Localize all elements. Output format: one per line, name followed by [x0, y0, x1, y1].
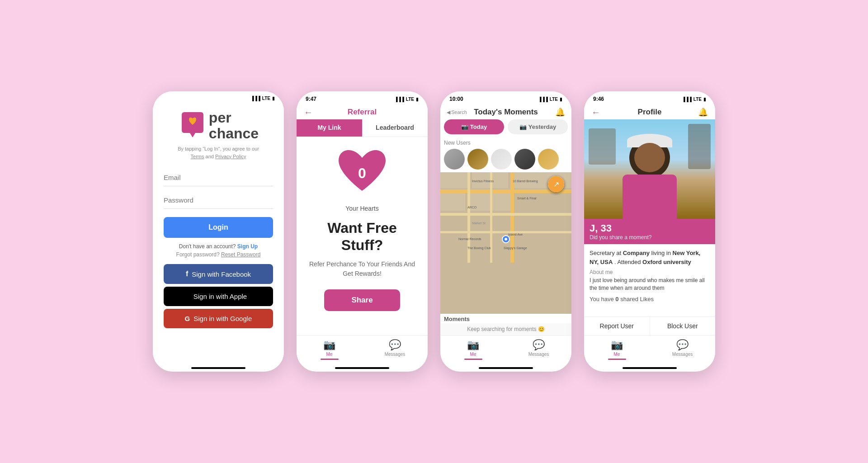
home-indicator-3 — [479, 367, 533, 369]
status-time-2: 9:47 — [306, 96, 316, 102]
status-icons-1: ▐▐▐ LTE ▮ — [251, 96, 275, 101]
svg-rect-8 — [440, 213, 571, 216]
reset-link[interactable]: Reset Password — [221, 251, 260, 258]
svg-text:Island Ave: Island Ave — [508, 233, 523, 236]
apple-signin-button[interactable]: Sign in with Apple — [164, 287, 273, 306]
block-user-button[interactable]: Block User — [650, 317, 716, 335]
screen-login: ▐▐▐ LTE ▮ per chance By tappi — [153, 91, 284, 372]
status-bar-3: 10:00 ▐▐▐ LTE ▮ — [440, 91, 571, 104]
heart-badge: 0 — [335, 148, 389, 199]
avatar-4[interactable] — [514, 149, 535, 170]
refer-description: Refer Perchance To Your Friends And Get … — [306, 260, 419, 279]
screens-container: ▐▐▐ LTE ▮ per chance By tappi — [153, 91, 715, 372]
signup-link[interactable]: Sign Up — [237, 243, 258, 250]
message-icon-4: 💬 — [676, 339, 689, 351]
facebook-signin-button[interactable]: f Sign with Facebook — [164, 264, 273, 284]
google-signin-button[interactable]: G Sign in with Google — [164, 309, 273, 328]
svg-rect-1 — [440, 172, 467, 188]
home-indicator-2 — [335, 367, 389, 369]
lte-label-2: LTE — [406, 97, 414, 102]
svg-rect-10 — [440, 231, 571, 233]
your-hearts-label: Your Hearts — [345, 205, 378, 212]
battery-icon-4: ▮ — [703, 97, 706, 102]
back-button-2[interactable]: ← — [304, 107, 313, 118]
nav-me-4[interactable]: 📷 Me — [584, 339, 650, 362]
share-button[interactable]: Share — [324, 289, 400, 311]
back-arrow-3: ◀ — [447, 109, 450, 115]
avatar-5[interactable] — [538, 149, 559, 170]
app-logo-icon — [178, 111, 207, 140]
message-icon-3: 💬 — [533, 339, 545, 351]
status-bar-4: 9:46 ▐▐▐ LTE ▮ — [584, 91, 715, 104]
about-label: About me — [590, 269, 710, 275]
nav-messages-4[interactable]: 💬 Messages — [650, 339, 715, 362]
about-text: I just love being around who makes me sm… — [590, 277, 710, 292]
bottom-nav-2: 📷 Me 💬 Messages — [297, 335, 428, 364]
tab-mylink[interactable]: My Link — [297, 119, 362, 137]
nav-messages-2[interactable]: 💬 Messages — [362, 339, 428, 362]
moments-title: Today's Moments — [474, 108, 538, 117]
moments-header: ◀ Search Today's Moments 🔔 — [440, 104, 571, 119]
active-indicator-4 — [608, 359, 626, 360]
email-field[interactable] — [164, 169, 273, 186]
back-button-4[interactable]: ← — [591, 107, 600, 118]
active-indicator-2 — [321, 359, 339, 360]
report-user-button[interactable]: Report User — [584, 317, 650, 335]
camera-icon-4: 📷 — [611, 339, 623, 351]
google-icon: G — [185, 315, 190, 322]
nav-messages-3[interactable]: 💬 Messages — [506, 339, 571, 362]
referral-tab-bar: My Link Leaderboard — [297, 119, 428, 137]
job-line: Secretary at Company living in New York,… — [590, 249, 710, 266]
signal-icon: ▐▐▐ — [251, 96, 260, 101]
nav-me-3[interactable]: 📷 Me — [440, 339, 506, 362]
battery-icon-2: ▮ — [416, 97, 419, 102]
new-users-section: New Users — [440, 138, 571, 172]
password-field[interactable] — [164, 192, 273, 209]
home-indicator-4 — [623, 367, 677, 369]
signal-icon-4: ▐▐▐ — [682, 97, 692, 102]
profile-name: J, 33 — [590, 222, 710, 234]
terms-text: By tapping "Log In", you agree to our Te… — [178, 145, 259, 160]
user-avatars — [444, 149, 568, 170]
avatar-3[interactable] — [491, 149, 512, 170]
profile-header: ← Profile 🔔 — [584, 104, 715, 119]
svg-text:Market St: Market St — [472, 222, 486, 225]
active-indicator-3 — [464, 359, 482, 360]
likes-text: You have 0 shared Likes — [590, 296, 710, 302]
map-share-btn[interactable]: ↗ — [548, 176, 564, 192]
lte-label: LTE — [262, 96, 270, 101]
nav-me-2[interactable]: 📷 Me — [297, 339, 362, 362]
referral-body: 0 Your Hearts Want Free Stuff? Refer Per… — [297, 137, 428, 335]
status-bar-2: 9:47 ▐▐▐ LTE ▮ — [297, 91, 428, 104]
tab-yesterday[interactable]: 📷 Yesterday — [508, 119, 568, 134]
bell-icon-4[interactable]: 🔔 — [698, 107, 708, 117]
moments-tab-row: 📷 Today 📷 Yesterday — [440, 119, 571, 138]
status-time-3: 10:00 — [449, 96, 463, 102]
status-icons-4: ▐▐▐ LTE ▮ — [682, 97, 706, 102]
referral-title: Referral — [348, 108, 377, 117]
forgot-text: Forgot password? Reset Password — [176, 251, 261, 258]
terms-link[interactable]: Terms — [191, 154, 204, 159]
login-button[interactable]: Login — [164, 217, 273, 238]
profile-name-bar: J, 33 Did you share a moment? — [584, 219, 715, 244]
profile-info: Secretary at Company living in New York,… — [584, 244, 715, 317]
keep-searching: Keep searching for moments 😊 — [440, 323, 571, 335]
svg-point-22 — [505, 238, 507, 241]
profile-title: Profile — [638, 108, 662, 117]
privacy-link[interactable]: Privacy Policy — [215, 154, 246, 159]
new-users-label: New Users — [444, 140, 568, 146]
avatar-2[interactable] — [467, 149, 488, 170]
tab-leaderboard[interactable]: Leaderboard — [362, 119, 428, 137]
search-back[interactable]: ◀ Search — [447, 109, 467, 115]
tab-today[interactable]: 📷 Today — [444, 119, 504, 134]
svg-text:Normal Records: Normal Records — [458, 237, 481, 241]
facebook-icon: f — [186, 270, 188, 278]
bell-icon-3[interactable]: 🔔 — [555, 107, 565, 117]
message-icon-2: 💬 — [389, 339, 401, 351]
svg-text:10 Barrel Brewing: 10 Barrel Brewing — [513, 180, 538, 183]
avatar-1[interactable] — [444, 149, 465, 170]
action-row: Report User Block User — [584, 317, 715, 335]
profile-subtitle: Did you share a moment? — [590, 234, 710, 241]
yesterday-icon: 📷 — [519, 123, 527, 130]
camera-icon-3: 📷 — [467, 339, 479, 351]
